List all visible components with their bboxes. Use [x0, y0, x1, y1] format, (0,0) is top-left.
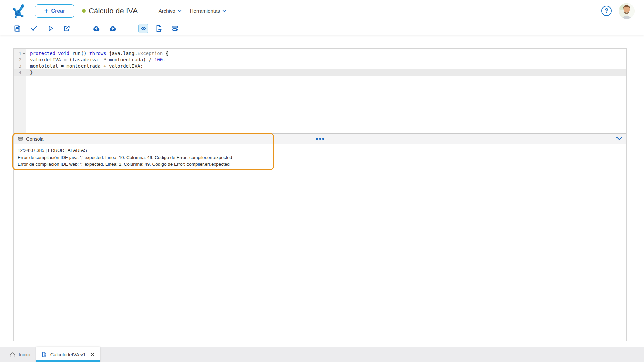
toolbar-divider [130, 25, 130, 32]
user-avatar[interactable] [619, 3, 635, 19]
console-collapse-chevron-icon[interactable] [616, 136, 622, 141]
line-number: 1 [19, 50, 21, 57]
help-label: ? [605, 7, 608, 14]
document-export-icon[interactable] [155, 24, 163, 33]
save-icon[interactable] [13, 24, 21, 33]
code-line[interactable]: 2valordelIVA = (tasadeiva * montoentrada… [14, 57, 626, 63]
tab-label: CalculodeIVA v1 [50, 352, 86, 357]
line-number: 3 [19, 63, 21, 69]
console-message: 12:24:07.385 | ERROR | AFARIAS [18, 147, 622, 154]
console-message: Error de compilación IDE web: ';' expect… [18, 161, 622, 168]
plus-icon: + [44, 8, 48, 14]
create-button-label: Crear [51, 8, 65, 14]
status-dot [82, 9, 86, 13]
line-number: 2 [19, 57, 21, 63]
line-number: 4 [19, 69, 21, 76]
app-header: + Crear Cálculo de IVA Archivo Herramien… [0, 0, 644, 22]
console-icon [18, 136, 23, 142]
console-output: 12:24:07.385 | ERROR | AFARIASError de c… [14, 144, 626, 341]
chevron-down-icon [178, 10, 182, 12]
code-rows: 1protected void run() throws java.lang.E… [14, 49, 626, 76]
close-icon[interactable] [90, 352, 95, 357]
cloud-upload-icon[interactable] [109, 24, 117, 33]
document-gear-icon [41, 351, 47, 358]
code-editor[interactable]: 1protected void run() throws java.lang.E… [14, 49, 626, 133]
fold-arrow-icon[interactable] [23, 53, 25, 54]
code-view-icon[interactable] [138, 24, 148, 33]
code-line-text: } [26, 69, 33, 76]
toolbar-divider [193, 25, 193, 32]
text-cursor [33, 70, 33, 75]
menu-archivo-label: Archivo [159, 8, 175, 14]
console-title: Consola [26, 136, 43, 142]
chevron-down-icon [222, 10, 226, 12]
console-header: Consola [14, 133, 626, 144]
toolbar [0, 22, 644, 35]
create-button[interactable]: + Crear [35, 4, 74, 18]
code-line[interactable]: 1protected void run() throws java.lang.E… [14, 50, 626, 57]
code-line[interactable]: 4} [14, 69, 626, 76]
menu-archivo[interactable]: Archivo [159, 8, 182, 14]
help-icon[interactable]: ? [601, 6, 612, 16]
workspace-panel: 1protected void run() throws java.lang.E… [13, 48, 627, 341]
check-icon[interactable] [30, 24, 38, 33]
tab-inicio[interactable]: Inicio [3, 347, 36, 362]
console-message: Error de compilación IDE java: ';' expec… [18, 154, 622, 161]
code-line-text: valordelIVA = (tasadeiva * montoentrada)… [26, 57, 166, 63]
code-line[interactable]: 3montototal = montoentrada + valordelIVA… [14, 63, 626, 69]
cloud-download-icon[interactable] [92, 24, 100, 33]
queue-run-icon[interactable] [171, 24, 179, 33]
bottom-tabbar: InicioCalculodeIVA v1 [0, 347, 644, 362]
code-line-text: montototal = montoentrada + valordelIVA; [26, 63, 143, 69]
tab-calculodeiva-v1[interactable]: CalculodeIVA v1 [36, 347, 100, 362]
app-logo-icon[interactable] [11, 2, 29, 20]
menu-herramientas-label: Herramientas [190, 8, 220, 14]
export-icon[interactable] [63, 24, 71, 33]
code-line-text: protected void run() throws java.lang.Ex… [26, 50, 168, 57]
run-icon[interactable] [46, 24, 54, 33]
splitter-handle-icon[interactable] [315, 137, 326, 141]
menu-herramientas[interactable]: Herramientas [190, 8, 226, 14]
tab-label: Inicio [19, 352, 30, 357]
page-title: Cálculo de IVA [89, 7, 138, 15]
toolbar-divider [84, 25, 84, 32]
home-icon [9, 352, 16, 358]
